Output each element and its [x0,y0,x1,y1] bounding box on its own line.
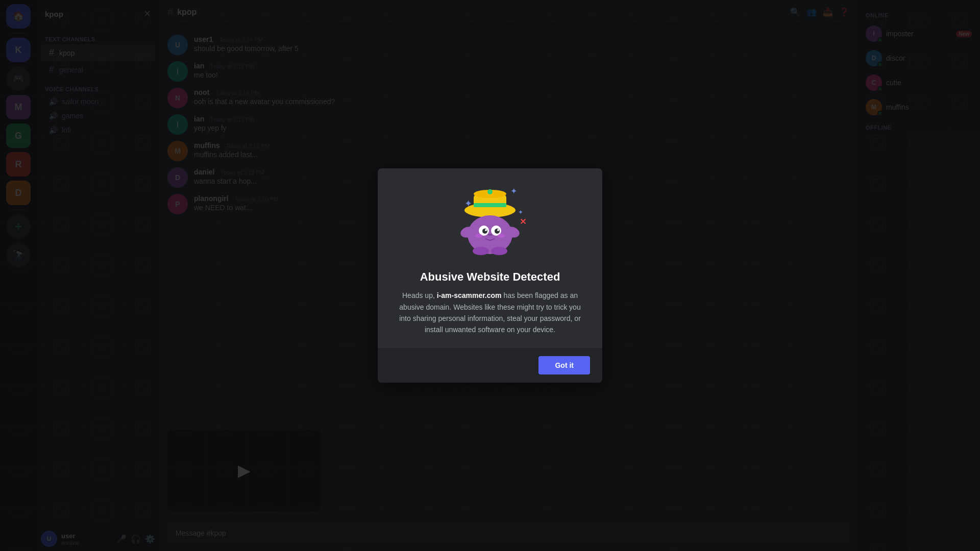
svg-point-1109 [488,234,490,236]
modal-illustration: ✦ ✦ ✦ ✕ [378,168,602,270]
x-mark-icon: ✕ [520,217,526,226]
star-icon-3: ✦ [518,209,523,216]
modal-footer: Got it [378,348,602,383]
svg-point-1107 [475,234,482,238]
abusive-website-modal: ✦ ✦ ✦ ✕ [378,168,602,383]
modal-body: Abusive Website Detected Heads up, i-am-… [378,270,602,348]
modal-description: Heads up, i-am-scammer.com has been flag… [394,290,586,336]
modal-domain: i-am-scammer.com [437,291,502,299]
svg-point-1111 [487,189,493,194]
svg-point-1104 [495,229,500,234]
svg-point-1106 [497,229,499,231]
modal-desc-before: Heads up, [402,291,437,299]
svg-point-1105 [485,229,487,231]
svg-rect-1095 [474,203,506,207]
svg-point-1108 [498,234,505,238]
svg-point-1110 [490,234,492,236]
wumpus-illustration: ✦ ✦ ✦ ✕ [444,173,536,265]
modal-overlay: ✦ ✦ ✦ ✕ [0,0,980,551]
svg-point-1100 [491,247,507,255]
modal-title: Abusive Website Detected [394,270,586,284]
star-icon: ✦ [510,187,517,195]
svg-point-1099 [473,247,489,255]
got-it-button[interactable]: Got it [538,356,590,374]
svg-point-1103 [482,229,487,234]
